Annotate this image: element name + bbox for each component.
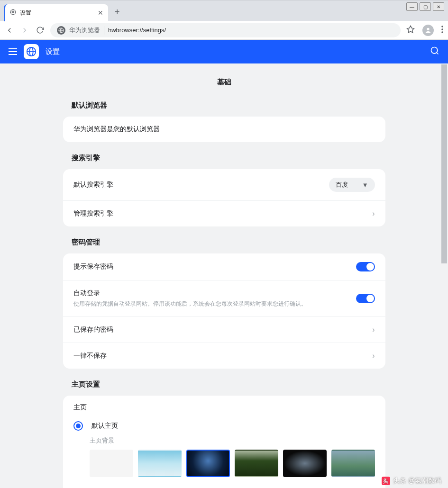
maximize-button[interactable]: ▢ xyxy=(420,2,431,11)
svg-point-9 xyxy=(431,47,438,54)
content-scroll[interactable]: 基础 默认浏览器 华为浏览器是您的默认浏览器 搜索引擎 默认搜索引擎 百度 ▼ … xyxy=(0,63,448,488)
row-never-save[interactable]: 一律不保存 › xyxy=(63,343,385,369)
homepage-bg-thumbnails xyxy=(63,447,385,486)
bg-thumb-island[interactable] xyxy=(331,450,375,477)
tab-title: 设置 xyxy=(20,9,31,17)
bookmark-star-icon[interactable] xyxy=(406,25,415,36)
section-default-browser-title: 默认浏览器 xyxy=(72,101,385,110)
chevron-down-icon: ▼ xyxy=(362,181,368,189)
default-search-engine-label: 默认搜索引擎 xyxy=(73,181,329,189)
window-controls: — ▢ ✕ xyxy=(406,2,444,11)
browser-tab[interactable]: 设置 ✕ xyxy=(4,4,108,21)
section-search-engine-title: 搜索引擎 xyxy=(72,154,385,163)
search-icon[interactable] xyxy=(430,46,439,57)
svg-point-3 xyxy=(427,27,429,30)
scrollbar-thumb[interactable] xyxy=(441,64,447,263)
svg-point-6 xyxy=(441,31,443,33)
watermark-text: 头条 @氢潮数码 xyxy=(393,477,441,485)
section-homepage-title: 主页设置 xyxy=(72,380,385,389)
bg-thumb-arch[interactable] xyxy=(283,450,327,477)
search-engine-dropdown[interactable]: 百度 ▼ xyxy=(329,178,375,192)
auto-login-desc: 使用存储的凭据自动登录网站。停用该功能后，系统会在您每次登录网站时要求您进行确认… xyxy=(73,299,356,308)
address-bar[interactable]: 华为浏览器 hwbrowser://settings/ xyxy=(50,23,401,37)
card-default-browser: 华为浏览器是您的默认浏览器 xyxy=(63,117,385,142)
chevron-right-icon: › xyxy=(372,209,375,218)
homepage-subheader: 主页 xyxy=(63,396,385,416)
bg-thumb-blank[interactable] xyxy=(90,450,133,477)
reload-button[interactable] xyxy=(35,26,45,35)
page-heading: 基础 xyxy=(63,78,385,87)
section-password-title: 密码管理 xyxy=(72,238,385,247)
menu-icon[interactable] xyxy=(9,48,17,55)
svg-point-0 xyxy=(12,11,14,13)
bg-thumb-sky[interactable] xyxy=(138,450,182,477)
radio-default-homepage[interactable] xyxy=(73,421,83,431)
search-engine-selected: 百度 xyxy=(336,181,348,189)
bg-thumb-planet[interactable] xyxy=(186,450,230,477)
svg-marker-2 xyxy=(407,26,414,32)
row-saved-passwords[interactable]: 已保存的密码 › xyxy=(63,317,385,343)
chevron-right-icon: › xyxy=(372,325,375,334)
back-button[interactable] xyxy=(5,26,14,35)
radio-row-blank-page[interactable]: 空白页 xyxy=(63,486,385,488)
card-search-engine: 默认搜索引擎 百度 ▼ 管理搜索引擎 › xyxy=(63,169,385,226)
radio-row-default-homepage[interactable]: 默认主页 xyxy=(63,416,385,436)
browser-toolbar: 华为浏览器 hwbrowser://settings/ xyxy=(0,21,448,40)
row-prompt-save-password: 提示保存密码 xyxy=(63,253,385,280)
menu-dots-icon[interactable] xyxy=(441,26,443,35)
new-tab-button[interactable]: + xyxy=(115,7,120,17)
url-text: hwbrowser://settings/ xyxy=(108,27,166,34)
app-logo xyxy=(24,44,39,59)
watermark: 头 头条 @氢潮数码 xyxy=(382,477,441,485)
minimize-button[interactable]: — xyxy=(406,2,418,11)
bg-thumb-forest[interactable] xyxy=(235,450,278,477)
radio-default-homepage-label: 默认主页 xyxy=(91,422,118,430)
toggle-prompt-save[interactable] xyxy=(356,262,375,271)
card-homepage: 主页 默认主页 主页背景 空白页 xyxy=(63,396,385,488)
toggle-auto-login[interactable] xyxy=(356,294,375,303)
site-security-icon[interactable] xyxy=(57,26,65,35)
row-default-search-engine: 默认搜索引擎 百度 ▼ xyxy=(63,169,385,201)
forward-button[interactable] xyxy=(20,26,29,35)
homepage-bg-label: 主页背景 xyxy=(63,436,385,447)
svg-line-10 xyxy=(437,53,439,54)
card-password: 提示保存密码 自动登录 使用存储的凭据自动登录网站。停用该功能后，系统会在您每次… xyxy=(63,253,385,369)
default-browser-status: 华为浏览器是您的默认浏览器 xyxy=(63,117,385,142)
svg-point-4 xyxy=(441,26,443,27)
window-titlebar: 设置 ✕ + — ▢ ✕ xyxy=(0,0,448,21)
auto-login-label: 自动登录 xyxy=(73,289,356,298)
scrollbar[interactable] xyxy=(440,63,448,488)
row-manage-search-engines[interactable]: 管理搜索引擎 › xyxy=(63,201,385,226)
settings-header: 设置 xyxy=(0,40,448,63)
site-label: 华为浏览器 xyxy=(69,26,104,35)
watermark-icon: 头 xyxy=(382,477,390,485)
chevron-right-icon: › xyxy=(372,352,375,360)
close-tab-icon[interactable]: ✕ xyxy=(98,9,103,17)
row-auto-login: 自动登录 使用存储的凭据自动登录网站。停用该功能后，系统会在您每次登录网站时要求… xyxy=(63,280,385,317)
header-title: 设置 xyxy=(46,47,60,56)
close-window-button[interactable]: ✕ xyxy=(433,2,444,11)
svg-point-5 xyxy=(441,28,443,30)
gear-icon xyxy=(10,9,16,17)
profile-avatar[interactable] xyxy=(422,25,434,36)
